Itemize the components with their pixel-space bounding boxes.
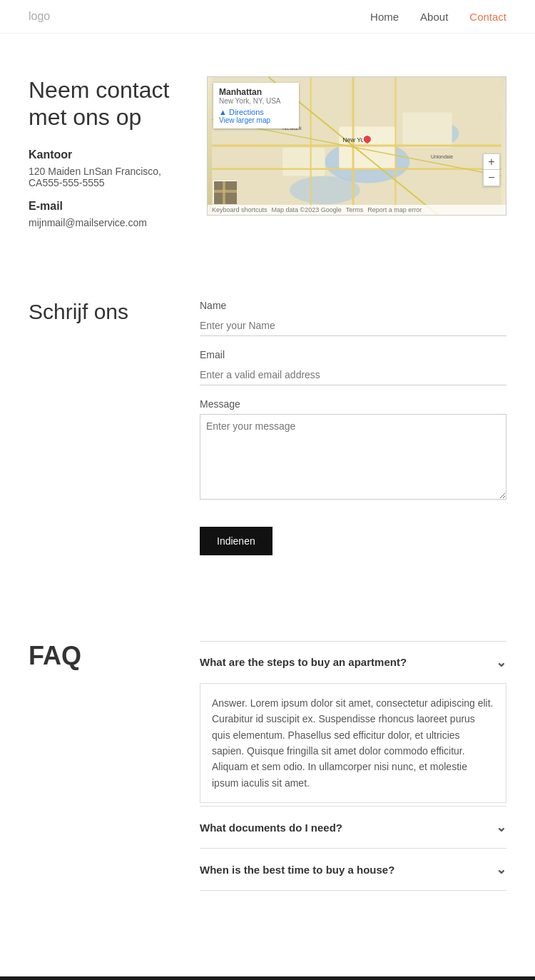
contact-form: Name Email Message Indienen [200, 300, 506, 555]
svg-rect-6 [402, 112, 452, 147]
svg-point-3 [290, 176, 360, 205]
email-label: E-mail [29, 200, 178, 213]
message-input[interactable] [200, 414, 506, 500]
faq-question-1-text: What are the steps to buy an apartment? [200, 656, 407, 668]
contact-heading: Neem contact met ons op [29, 76, 178, 131]
map-place-sub: New York, NY, USA [219, 97, 293, 105]
svg-rect-5 [282, 148, 325, 176]
form-title-area: Schrijf ons [29, 300, 157, 555]
nav-links: Home About Contact [370, 11, 506, 23]
directions-icon: ▲ [219, 108, 229, 116]
faq-chevron-3-icon: ⌄ [496, 862, 506, 877]
faq-question-2-text: What documents do I need? [200, 822, 342, 834]
name-input[interactable] [200, 315, 506, 336]
map-thumbnail [213, 181, 236, 203]
svg-text:Uniondale: Uniondale [431, 154, 453, 159]
svg-rect-4 [339, 126, 395, 168]
message-group: Message [200, 398, 506, 502]
faq-question-3-text: When is the best time to buy a house? [200, 864, 394, 876]
logo: logo [29, 10, 50, 23]
form-section: Schrijf ons Name Email Message Indienen [0, 257, 535, 598]
map-zoom-out[interactable]: − [484, 170, 499, 186]
map-footer: Keyboard shortcuts Map data ©2023 Google… [208, 205, 506, 215]
svg-rect-21 [223, 181, 225, 204]
contact-section: Neem contact met ons op Kantoor 120 Maid… [0, 34, 535, 257]
name-label: Name [200, 300, 506, 311]
office-address: 120 Maiden LnSan Francisco, CA555-555-55… [29, 166, 178, 188]
faq-section: FAQ What are the steps to buy an apartme… [0, 598, 535, 934]
faq-item-3: When is the best time to buy a house? ⌄ [200, 849, 506, 891]
faq-item-1: What are the steps to buy an apartment? … [200, 641, 506, 807]
map-terms[interactable]: Terms [346, 206, 364, 213]
email-group: Email [200, 349, 506, 385]
map-zoom-controls: + − [483, 153, 500, 186]
map-overlay: Manhattan New York, NY, USA ▲ Directions… [213, 83, 299, 128]
email-input[interactable] [200, 365, 506, 385]
map-larger-link[interactable]: View larger map [219, 116, 293, 124]
form-heading: Schrijf ons [29, 300, 157, 324]
name-group: Name [200, 300, 506, 336]
office-label: Kantoor [29, 148, 178, 161]
faq-chevron-1-icon: ⌄ [496, 655, 506, 670]
map-report[interactable]: Report a map error [367, 206, 422, 213]
map-zoom-in[interactable]: + [484, 154, 499, 170]
faq-answer-1: Answer. Lorem ipsum dolor sit amet, cons… [200, 683, 506, 803]
map-container: New York Newark Uniondale Manhattan New … [207, 76, 506, 216]
map-inner: New York Newark Uniondale Manhattan New … [208, 77, 506, 215]
newsletter-section: onze nieuwsbrief Email Indienen [0, 976, 535, 980]
map-directions[interactable]: ▲ Directions [219, 108, 293, 116]
faq-heading: FAQ [29, 641, 157, 671]
faq-chevron-2-icon: ⌄ [496, 819, 506, 835]
nav-contact[interactable]: Contact [469, 11, 506, 23]
faq-question-3[interactable]: When is the best time to buy a house? ⌄ [200, 849, 506, 890]
navbar: logo Home About Contact [0, 0, 535, 34]
contact-info: Neem contact met ons op Kantoor 120 Maid… [29, 76, 178, 228]
nav-about[interactable]: About [420, 11, 448, 23]
faq-item-2: What documents do I need? ⌄ [200, 807, 506, 849]
email-field-label: Email [200, 349, 506, 360]
faq-title-area: FAQ [29, 641, 157, 891]
map-shortcuts: Keyboard shortcuts [212, 206, 268, 213]
map-place-name: Manhattan [219, 87, 293, 97]
faq-question-1[interactable]: What are the steps to buy an apartment? … [200, 642, 506, 683]
map-data: Map data ©2023 Google [272, 206, 342, 213]
form-submit-button[interactable]: Indienen [200, 527, 272, 555]
message-label: Message [200, 398, 506, 410]
nav-home[interactable]: Home [370, 11, 399, 23]
email-value: mijnmail@mailservice.com [29, 217, 178, 228]
faq-question-2[interactable]: What documents do I need? ⌄ [200, 807, 506, 848]
faq-items: What are the steps to buy an apartment? … [200, 641, 506, 891]
